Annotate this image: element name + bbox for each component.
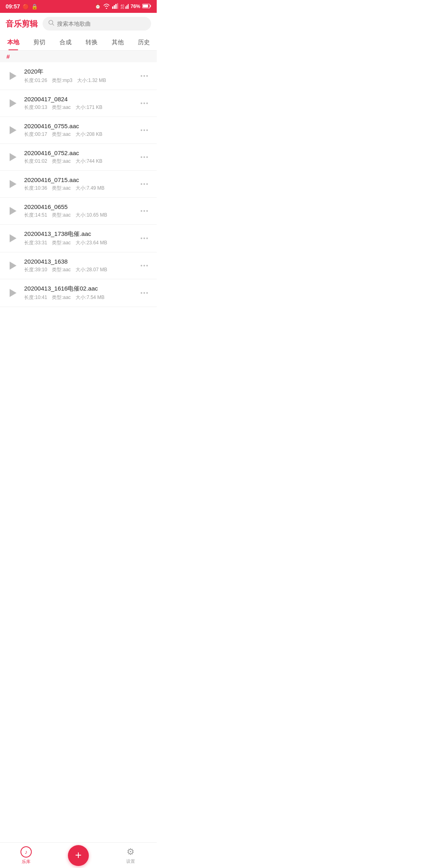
alarm-icon: ⏰: [95, 4, 101, 9]
song-size: 大小:23.64 MB: [76, 240, 107, 246]
dot-1: [141, 75, 142, 77]
song-size: 大小:1.32 MB: [77, 77, 106, 84]
list-item: 20200416_0715.aac 长度:10:36 类型:aac 大小:7.4…: [0, 171, 157, 198]
song-duration: 长度:00:13: [24, 104, 47, 111]
status-time: 09:57: [6, 3, 20, 10]
song-duration: 长度:01:02: [24, 158, 47, 165]
song-name: 20200413_1638: [24, 258, 138, 265]
dot-1: [141, 265, 142, 266]
song-info: 20200416_0715.aac 长度:10:36 类型:aac 大小:7.4…: [24, 176, 138, 192]
app-header: 音乐剪辑: [0, 13, 157, 35]
play-button[interactable]: [6, 124, 19, 137]
dot-3: [146, 210, 148, 212]
play-button[interactable]: [6, 151, 19, 164]
song-name: 20200416_0715.aac: [24, 176, 138, 183]
tab-merge[interactable]: 合成: [52, 35, 78, 50]
dot-2: [143, 265, 145, 266]
song-info: 20200413_1738电催.aac 长度:33:31 类型:aac 大小:2…: [24, 230, 138, 246]
play-button[interactable]: [6, 178, 19, 190]
svg-rect-3: [117, 3, 118, 9]
status-icons: ⏰ 4G 2G 76%: [95, 3, 151, 10]
dot-2: [143, 237, 145, 239]
play-button[interactable]: [6, 205, 19, 217]
song-type: 类型:aac: [52, 240, 71, 246]
more-button[interactable]: [138, 155, 150, 160]
tab-local[interactable]: 本地: [0, 35, 26, 50]
dot-1: [141, 156, 142, 158]
list-item: 20200416_0755.aac 长度:00:17 类型:aac 大小:208…: [0, 117, 157, 144]
song-meta: 长度:10:41 类型:aac 大小:7.54 MB: [24, 294, 138, 301]
list-item: 20200413_1638 长度:39:10 类型:aac 大小:28.07 M…: [0, 252, 157, 279]
song-duration: 长度:33:31: [24, 240, 47, 246]
more-button[interactable]: [138, 236, 150, 241]
song-duration: 长度:14:51: [24, 212, 47, 219]
battery-level: 76%: [131, 4, 140, 9]
svg-rect-11: [143, 4, 148, 7]
svg-rect-6: [125, 6, 126, 9]
play-button[interactable]: [6, 232, 19, 245]
play-button[interactable]: [6, 259, 19, 272]
song-type: 类型:aac: [52, 131, 71, 138]
more-button[interactable]: [138, 291, 150, 295]
play-icon: [10, 234, 16, 242]
song-name: 20200417_0824: [24, 96, 138, 102]
search-input[interactable]: [57, 20, 145, 27]
song-size: 大小:171 KB: [76, 104, 102, 111]
play-icon: [10, 289, 16, 297]
song-duration: 长度:10:41: [24, 294, 47, 301]
search-bar[interactable]: [43, 17, 151, 31]
song-name: 20200416_0655: [24, 203, 138, 210]
song-info: 20200413_1616电催02.aac 长度:10:41 类型:aac 大小…: [24, 285, 138, 301]
dot-2: [143, 129, 145, 131]
play-icon: [10, 180, 16, 188]
song-type: 类型:aac: [52, 294, 71, 301]
song-type: 类型:aac: [52, 266, 71, 273]
dot-1: [141, 129, 142, 131]
dot-1: [141, 210, 142, 212]
more-button[interactable]: [138, 128, 150, 133]
wifi-icon: [103, 3, 110, 10]
song-name: 20200413_1616电催02.aac: [24, 285, 138, 293]
more-button[interactable]: [138, 101, 150, 106]
dot-3: [146, 237, 148, 239]
song-info: 20200416_0755.aac 长度:00:17 类型:aac 大小:208…: [24, 123, 138, 138]
dot-2: [143, 156, 145, 158]
tab-cut[interactable]: 剪切: [26, 35, 52, 50]
song-name: 2020年: [24, 68, 138, 76]
song-duration: 长度:01:26: [24, 77, 47, 84]
play-button[interactable]: [6, 97, 19, 110]
signal2-icon: 4G 2G: [121, 3, 129, 10]
song-info: 2020年 长度:01:26 类型:mp3 大小:1.32 MB: [24, 68, 138, 84]
song-info: 20200417_0824 长度:00:13 类型:aac 大小:171 KB: [24, 96, 138, 111]
song-meta: 长度:14:51 类型:aac 大小:10.65 MB: [24, 212, 138, 219]
play-icon: [10, 99, 16, 107]
status-icon-1: 🔴: [23, 4, 29, 10]
more-button[interactable]: [138, 182, 150, 186]
more-button[interactable]: [138, 209, 150, 213]
song-size: 大小:208 KB: [76, 131, 102, 138]
dot-2: [143, 183, 145, 185]
song-meta: 长度:00:17 类型:aac 大小:208 KB: [24, 131, 138, 138]
song-size: 大小:744 KB: [76, 158, 102, 165]
play-icon: [10, 72, 16, 80]
song-size: 大小:7.49 MB: [76, 185, 104, 192]
play-button[interactable]: [6, 287, 19, 299]
song-name: 20200416_0752.aac: [24, 149, 138, 156]
section-header: #: [0, 51, 157, 62]
play-icon: [10, 262, 16, 270]
tab-history[interactable]: 历史: [131, 35, 157, 50]
status-icon-2: 🔒: [31, 4, 38, 10]
more-button[interactable]: [138, 74, 150, 78]
play-icon: [10, 153, 16, 161]
song-size: 大小:28.07 MB: [76, 266, 107, 273]
dot-3: [146, 292, 148, 294]
tab-other[interactable]: 其他: [104, 35, 131, 50]
play-button[interactable]: [6, 70, 19, 82]
list-item: 20200416_0655 长度:14:51 类型:aac 大小:10.65 M…: [0, 198, 157, 225]
tab-convert[interactable]: 转换: [78, 35, 104, 50]
list-item: 20200417_0824 长度:00:13 类型:aac 大小:171 KB: [0, 90, 157, 117]
dot-3: [146, 265, 148, 266]
search-icon: [48, 20, 55, 28]
dot-3: [146, 102, 148, 104]
more-button[interactable]: [138, 263, 150, 268]
